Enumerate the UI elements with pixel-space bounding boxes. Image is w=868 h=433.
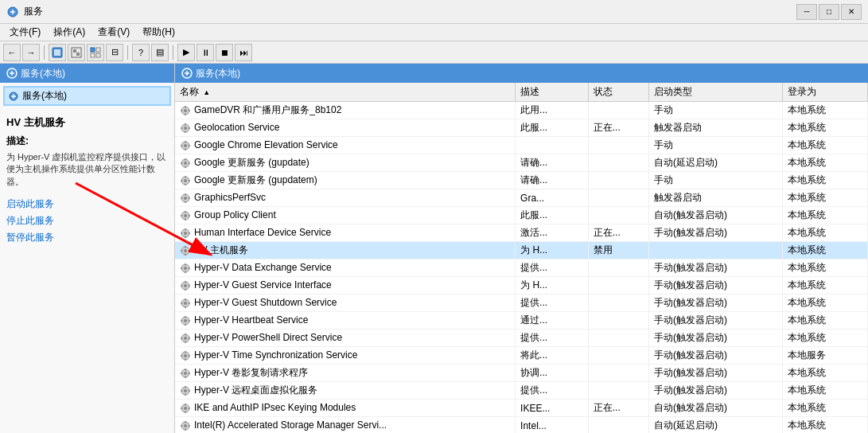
window-controls: ─ □ ✕ <box>796 4 862 20</box>
close-button[interactable]: ✕ <box>841 4 862 20</box>
menu-help[interactable]: 帮助(H) <box>136 24 181 41</box>
service-icon <box>180 228 191 239</box>
table-row[interactable]: Geolocation Service此服...正在...触发器启动本地系统 <box>175 119 868 137</box>
service-icon <box>180 263 191 274</box>
table-row[interactable]: Google Chrome Elevation Service手动本地系统 <box>175 137 868 154</box>
svg-rect-24 <box>189 127 191 129</box>
table-row[interactable]: Hyper-V Heartbeat Service通过...手动(触发器启动)本… <box>175 312 868 330</box>
svg-rect-87 <box>185 316 186 318</box>
table-header: 名称 ▲ 描述 状态 启动类型 登录为 <box>175 83 868 102</box>
menu-bar: 文件(F) 操作(A) 查看(V) 帮助(H) <box>0 24 868 41</box>
svg-rect-7 <box>96 48 100 52</box>
table-row[interactable]: Hyper-V 远程桌面虚拟化服务提供...手动(触发器启动)本地系统 <box>175 382 868 400</box>
right-panel-icon <box>181 68 193 79</box>
svg-rect-118 <box>185 411 186 413</box>
svg-rect-45 <box>185 193 186 196</box>
help-button[interactable]: ? <box>132 44 150 61</box>
svg-rect-35 <box>181 162 183 164</box>
service-icon <box>180 315 191 326</box>
service-icon <box>180 385 191 396</box>
start-service-link[interactable]: 启动此服务 <box>6 197 168 211</box>
svg-rect-33 <box>185 158 186 161</box>
table-row[interactable]: Intel(R) Accelerated Storage Manager Ser… <box>175 417 868 434</box>
svg-rect-70 <box>185 271 186 273</box>
col-name[interactable]: 名称 ▲ <box>175 83 516 102</box>
toolbar-separator-3 <box>173 45 173 60</box>
svg-rect-76 <box>185 288 186 291</box>
pause-service-link[interactable]: 暂停此服务 <box>6 231 168 244</box>
table-row[interactable]: HV 主机服务为 H...禁用本地系统 <box>175 242 868 259</box>
svg-rect-106 <box>185 376 186 378</box>
table-row[interactable]: GraphicsPerfSvcGra...触发器启动本地系统 <box>175 189 868 207</box>
table-row[interactable]: GameDVR 和广播用户服务_8b102此用...手动本地系统 <box>175 102 868 119</box>
col-status[interactable]: 状态 <box>588 83 648 102</box>
stop-button[interactable]: ⏹ <box>216 44 233 61</box>
svg-rect-52 <box>185 218 186 220</box>
show-hide-button[interactable] <box>68 44 85 61</box>
menu-action[interactable]: 操作(A) <box>47 24 91 41</box>
svg-rect-93 <box>185 334 186 336</box>
services-table: 名称 ▲ 描述 状态 启动类型 登录为 GameDVR 和广播用户服务_8b10… <box>175 83 868 433</box>
svg-point-98 <box>184 354 187 357</box>
menu-view[interactable]: 查看(V) <box>91 24 136 41</box>
svg-rect-64 <box>185 253 186 256</box>
back-button[interactable]: ← <box>3 44 21 61</box>
table-row[interactable]: Google 更新服务 (gupdatem)请确...手动本地系统 <box>175 172 868 189</box>
svg-point-86 <box>184 319 187 322</box>
services-tree-icon <box>8 91 19 102</box>
forward-button[interactable]: → <box>22 44 40 61</box>
menu-file[interactable]: 文件(F) <box>3 24 47 41</box>
col-login[interactable]: 登录为 <box>783 83 868 102</box>
table-row[interactable]: Hyper-V Time Synchronization Service将此..… <box>175 347 868 365</box>
start-button[interactable]: ▶ <box>177 44 195 61</box>
tree-item-local-services[interactable]: 服务(本地) <box>3 86 171 106</box>
svg-rect-119 <box>181 408 183 409</box>
up-button[interactable] <box>49 44 66 61</box>
svg-point-116 <box>184 407 187 410</box>
svg-rect-114 <box>189 390 191 392</box>
svg-rect-46 <box>185 201 186 203</box>
report-button[interactable]: ▤ <box>151 44 169 61</box>
pause-button[interactable]: ⏸ <box>197 44 214 61</box>
toolbar: ← → ⊟ ? ▤ ▶ ⏸ ⏹ ⏭ <box>0 41 868 64</box>
table-row[interactable]: Hyper-V PowerShell Direct Service提供...手动… <box>175 330 868 347</box>
svg-rect-105 <box>185 369 186 371</box>
table-row[interactable]: Human Interface Device Service激活...正在...… <box>175 224 868 242</box>
svg-point-110 <box>184 389 187 392</box>
svg-point-104 <box>184 372 187 375</box>
maximize-button[interactable]: □ <box>819 4 839 20</box>
filter-button[interactable]: ⊟ <box>106 44 123 61</box>
svg-rect-117 <box>185 404 186 406</box>
svg-rect-113 <box>181 390 183 392</box>
svg-rect-42 <box>189 180 191 181</box>
col-startup[interactable]: 启动类型 <box>649 83 783 102</box>
svg-point-68 <box>184 267 187 270</box>
col-desc[interactable]: 描述 <box>516 83 589 102</box>
table-row[interactable]: Google 更新服务 (gupdate)请确...自动(延迟启动)本地系统 <box>175 154 868 172</box>
table-row[interactable]: Hyper-V Data Exchange Service提供...手动(触发器… <box>175 259 868 277</box>
services-list: GameDVR 和广播用户服务_8b102此用...手动本地系统 Geoloca… <box>175 102 868 434</box>
services-table-scroll[interactable]: 名称 ▲ 描述 状态 启动类型 登录为 GameDVR 和广播用户服务_8b10… <box>175 83 868 433</box>
svg-rect-30 <box>189 145 191 146</box>
service-icon <box>180 193 191 204</box>
title-bar: 服务 ─ □ ✕ <box>0 0 868 24</box>
svg-rect-15 <box>185 106 186 108</box>
table-row[interactable]: Hyper-V Guest Shutdown Service提供...手动(触发… <box>175 295 868 312</box>
table-row[interactable]: Group Policy Client此服...自动(触发器启动)本地系统 <box>175 207 868 224</box>
svg-rect-5 <box>76 53 80 56</box>
svg-rect-36 <box>189 162 191 164</box>
app-icon <box>6 6 19 18</box>
stop-service-link[interactable]: 停止此服务 <box>6 214 168 228</box>
table-row[interactable]: Hyper-V Guest Service Interface为 H...手动(… <box>175 277 868 295</box>
service-icon <box>180 210 191 221</box>
details-button[interactable] <box>87 44 104 61</box>
table-row[interactable]: IKE and AuthIP IPsec Keying ModulesIKEE.… <box>175 400 868 417</box>
svg-rect-77 <box>181 285 183 287</box>
service-desc-text: 为 Hyper-V 虚拟机监控程序提供接口，以便为主机操作系统提供单分区性能计数… <box>6 151 168 188</box>
minimize-button[interactable]: ─ <box>796 4 817 20</box>
restart-button[interactable]: ⏭ <box>235 44 252 61</box>
svg-rect-123 <box>185 421 186 423</box>
table-row[interactable]: Hyper-V 卷影复制请求程序协调...手动(触发器启动)本地系统 <box>175 365 868 382</box>
svg-rect-101 <box>181 355 183 357</box>
svg-rect-124 <box>185 428 186 431</box>
